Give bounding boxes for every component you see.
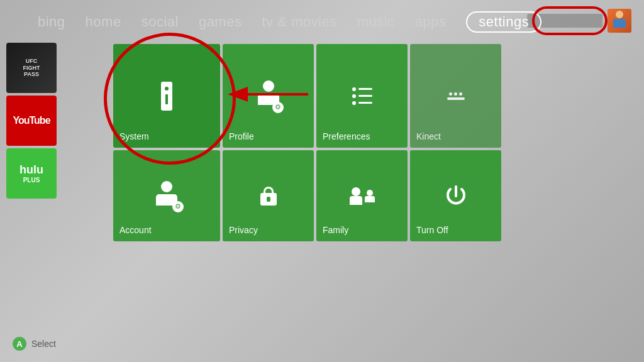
left-tile-hulu[interactable]: hulu PLUS	[6, 148, 57, 199]
lock-shackle	[264, 187, 274, 193]
dot-2	[352, 94, 356, 98]
nav-item-settings[interactable]: settings	[466, 11, 541, 33]
tile-kinect-label: Kinect	[416, 131, 441, 141]
tile-privacy-label: Privacy	[229, 225, 258, 235]
tile-account[interactable]: ⚙ Account	[113, 150, 220, 241]
avatar-head	[616, 11, 623, 18]
k-dot-3	[459, 92, 462, 96]
top-nav: bing home social games tv & movies music…	[38, 11, 541, 33]
gear-icon: ⚙	[275, 103, 281, 111]
hulu-plus-label: PLUS	[23, 177, 40, 184]
lock-icon	[260, 187, 277, 206]
pref-row-1	[352, 87, 372, 91]
nav-item-apps[interactable]: apps	[415, 14, 447, 30]
lock-keyhole	[267, 197, 270, 202]
tile-system-label: System	[119, 131, 149, 141]
adult-head	[352, 187, 360, 196]
bottom-hint: A Select	[13, 337, 56, 351]
tile-kinect[interactable]: Kinect	[410, 44, 501, 148]
tile-family-label: Family	[323, 225, 348, 235]
tile-turnoff[interactable]: Turn Off	[410, 150, 501, 241]
kinect-dots	[449, 92, 462, 96]
child-head	[367, 190, 373, 196]
tile-family[interactable]: Family	[316, 150, 408, 241]
tile-account-label: Account	[119, 225, 152, 235]
xbox-body-shape	[161, 82, 172, 111]
nav-item-home[interactable]: home	[86, 14, 121, 30]
dot-3	[352, 101, 356, 105]
adult-body	[350, 196, 362, 205]
power-icon	[444, 184, 468, 208]
hulu-label: hulu	[19, 163, 43, 177]
a-button-label: A	[16, 339, 22, 349]
account-gear: ⚙	[172, 201, 184, 212]
left-panel: UFCFIGHTPASS YouTube hulu PLUS	[6, 43, 57, 199]
tile-turnoff-label: Turn Off	[416, 225, 448, 235]
avatar[interactable]	[608, 9, 631, 33]
line-1	[358, 88, 372, 90]
family-icon	[350, 187, 375, 205]
avatar-body	[613, 19, 626, 28]
tile-privacy[interactable]: Privacy	[223, 150, 314, 241]
child-body	[365, 196, 375, 202]
nav-item-music[interactable]: music	[357, 14, 395, 30]
account-head	[161, 181, 172, 192]
kinect-bar	[447, 97, 465, 100]
dot-1	[352, 87, 356, 91]
account-icon: ⚙	[152, 181, 181, 211]
a-button: A	[13, 337, 26, 351]
family-child	[365, 190, 375, 202]
line-3	[358, 102, 372, 104]
preferences-icon	[352, 87, 372, 105]
avatar-figure	[612, 11, 627, 31]
xbox-icon	[161, 82, 172, 111]
left-tile-ufc[interactable]: UFCFIGHTPASS	[6, 43, 57, 93]
tile-preferences[interactable]: Preferences	[316, 44, 408, 148]
tile-preferences-label: Preferences	[323, 131, 370, 141]
top-right-panel	[527, 9, 631, 33]
nav-item-games[interactable]: games	[199, 14, 242, 30]
hint-select-text: Select	[31, 339, 56, 349]
power-svg	[444, 184, 468, 208]
tile-profile[interactable]: ⚙ Profile	[223, 44, 314, 148]
ufc-label: UFCFIGHTPASS	[23, 58, 40, 78]
family-adult	[350, 187, 362, 205]
lock-body	[260, 193, 277, 206]
kinect-icon	[447, 92, 465, 100]
nav-item-bing[interactable]: bing	[38, 14, 65, 30]
tile-system[interactable]: System	[113, 44, 220, 148]
nav-item-tv-movies[interactable]: tv & movies	[262, 14, 336, 30]
main-grid: System ⚙ Profile Pre	[113, 44, 501, 241]
youtube-label: YouTube	[13, 115, 50, 126]
k-dot-1	[449, 92, 452, 96]
line-2	[358, 95, 372, 97]
profile-icon: ⚙	[255, 80, 282, 112]
left-tile-youtube[interactable]: YouTube	[6, 96, 57, 146]
k-dot-2	[454, 92, 457, 96]
tile-profile-label: Profile	[229, 131, 254, 141]
pref-row-3	[352, 101, 372, 105]
account-gear-icon: ⚙	[175, 202, 181, 211]
pref-row-2	[352, 94, 372, 98]
profile-gear: ⚙	[272, 102, 284, 113]
profile-head	[263, 80, 274, 92]
nav-item-social[interactable]: social	[142, 14, 179, 30]
